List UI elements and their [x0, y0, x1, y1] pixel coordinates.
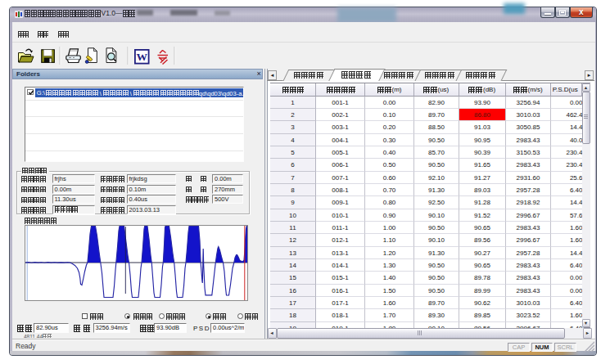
svg-text:W: W	[137, 51, 148, 63]
